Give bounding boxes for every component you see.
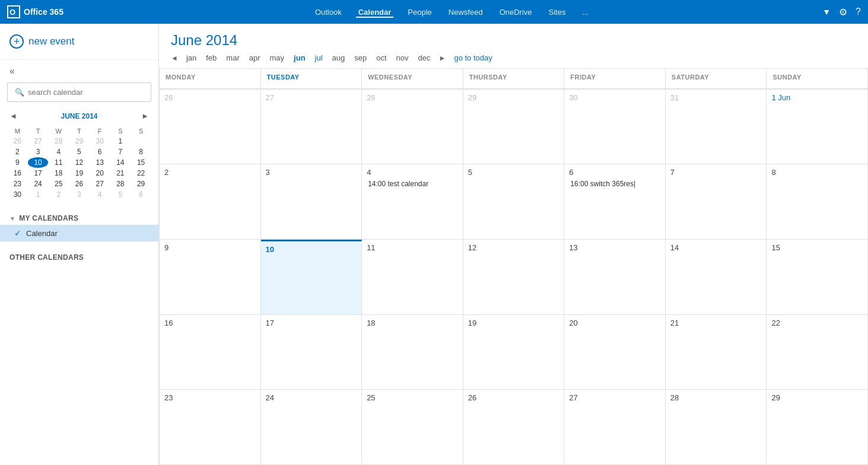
help-icon[interactable]: ?	[856, 7, 861, 17]
mini-cal-day-2-1[interactable]: 10	[28, 157, 49, 168]
nav-dec[interactable]: dec	[414, 52, 435, 63]
day-cell-jun29[interactable]: 29	[767, 390, 868, 465]
day-cell-may27[interactable]: 27	[261, 90, 363, 165]
nav-aug[interactable]: aug	[328, 52, 350, 63]
mini-cal-day-0-5[interactable]: 1	[110, 136, 131, 146]
mini-cal-day-1-3[interactable]: 5	[69, 146, 90, 157]
day-cell-jun1[interactable]: 1 Jun	[767, 90, 868, 165]
office-logo[interactable]: O Office 365	[7, 5, 63, 18]
nav-sites[interactable]: Sites	[546, 7, 568, 18]
mini-cal-day-0-6[interactable]	[131, 136, 151, 146]
nav-mar[interactable]: mar	[221, 52, 244, 63]
nav-may[interactable]: may	[265, 52, 290, 63]
day-cell-may31[interactable]: 31	[666, 90, 767, 165]
day-cell-jun19[interactable]: 19	[463, 315, 565, 390]
day-cell-may29[interactable]: 29	[463, 90, 565, 165]
mini-cal-day-5-2[interactable]: 2	[48, 189, 69, 200]
mini-cal-day-4-0[interactable]: 23	[7, 179, 28, 189]
next-month-button[interactable]: ►	[439, 54, 446, 62]
mini-cal-day-4-6[interactable]: 29	[131, 179, 151, 189]
day-cell-may30[interactable]: 30	[564, 90, 666, 165]
day-cell-jun15[interactable]: 15	[767, 240, 868, 315]
day-cell-jun27[interactable]: 27	[564, 390, 666, 465]
mini-cal-day-5-6[interactable]: 6	[131, 189, 151, 200]
mini-cal-day-5-1[interactable]: 1	[28, 189, 49, 200]
mini-cal-day-3-1[interactable]: 17	[28, 168, 49, 179]
day-cell-jun10[interactable]: 10	[261, 240, 363, 315]
day-cell-jun20[interactable]: 20	[564, 315, 666, 390]
nav-feb[interactable]: feb	[201, 52, 221, 63]
day-cell-jun4[interactable]: 4 14:00 test calendar	[362, 164, 463, 240]
go-to-today-button[interactable]: go to today	[454, 53, 492, 62]
day-cell-jun28[interactable]: 28	[666, 390, 767, 465]
mini-cal-day-2-4[interactable]: 13	[90, 157, 110, 168]
day-cell-jun7[interactable]: 7	[666, 164, 767, 240]
mini-cal-day-2-3[interactable]: 12	[69, 157, 90, 168]
day-cell-jun12[interactable]: 12	[463, 240, 565, 315]
mini-cal-day-0-3[interactable]: 29	[69, 136, 90, 146]
day-cell-jun23[interactable]: 23	[160, 390, 261, 465]
mini-cal-day-4-4[interactable]: 27	[90, 179, 110, 189]
day-cell-jun25[interactable]: 25	[362, 390, 463, 465]
nav-outlook[interactable]: Outlook	[313, 7, 344, 18]
day-cell-jun22[interactable]: 22	[767, 315, 868, 390]
dropdown-icon[interactable]: ▼	[822, 7, 831, 17]
day-cell-jun14[interactable]: 14	[666, 240, 767, 315]
settings-icon[interactable]: ⚙	[839, 7, 847, 18]
mini-cal-day-1-5[interactable]: 7	[110, 146, 131, 157]
day-cell-jun26[interactable]: 26	[463, 390, 565, 465]
day-cell-jun24[interactable]: 24	[261, 390, 363, 465]
mini-cal-day-3-2[interactable]: 18	[48, 168, 69, 179]
day-cell-jun5[interactable]: 5	[463, 164, 565, 240]
mini-cal-day-1-4[interactable]: 6	[90, 146, 110, 157]
mini-cal-next-button[interactable]: ►	[139, 110, 151, 122]
nav-nov[interactable]: nov	[392, 52, 414, 63]
nav-apr[interactable]: apr	[244, 52, 265, 63]
prev-month-button[interactable]: ◄	[171, 54, 178, 62]
nav-jan[interactable]: jan	[182, 52, 201, 63]
day-cell-may26[interactable]: 26	[160, 90, 261, 165]
search-calendar-area[interactable]: 🔍	[7, 82, 151, 102]
day-cell-jun6[interactable]: 6 16:00 switch 365res|	[564, 164, 666, 240]
day-cell-jun9[interactable]: 9	[160, 240, 261, 315]
mini-cal-day-4-5[interactable]: 28	[110, 179, 131, 189]
nav-onedrive[interactable]: OneDrive	[497, 7, 535, 18]
my-calendars-section[interactable]: ▼ MY CALENDARS	[0, 209, 158, 225]
mini-cal-day-3-6[interactable]: 22	[131, 168, 151, 179]
nav-calendar[interactable]: Calendar	[356, 7, 394, 18]
day-cell-jun21[interactable]: 21	[666, 315, 767, 390]
search-calendar-input[interactable]	[28, 88, 144, 97]
mini-cal-day-2-2[interactable]: 11	[48, 157, 69, 168]
mini-cal-day-5-3[interactable]: 3	[69, 189, 90, 200]
mini-cal-day-3-4[interactable]: 20	[90, 168, 110, 179]
mini-cal-day-3-3[interactable]: 19	[69, 168, 90, 179]
day-cell-jun11[interactable]: 11	[362, 240, 463, 315]
nav-more[interactable]: ...	[580, 7, 591, 18]
mini-cal-day-2-5[interactable]: 14	[110, 157, 131, 168]
nav-sep[interactable]: sep	[349, 52, 371, 63]
mini-cal-day-0-2[interactable]: 28	[48, 136, 69, 146]
mini-cal-day-4-3[interactable]: 26	[69, 179, 90, 189]
mini-cal-day-2-6[interactable]: 15	[131, 157, 151, 168]
nav-oct[interactable]: oct	[371, 52, 391, 63]
other-calendars-section[interactable]: OTHER CALENDARS	[0, 249, 158, 264]
nav-people[interactable]: People	[405, 7, 434, 18]
mini-cal-day-0-0[interactable]: 26	[7, 136, 28, 146]
mini-cal-day-1-2[interactable]: 4	[48, 146, 69, 157]
mini-cal-day-3-0[interactable]: 16	[7, 168, 28, 179]
mini-cal-day-4-2[interactable]: 25	[48, 179, 69, 189]
nav-jul[interactable]: jul	[310, 52, 328, 63]
day-cell-may28[interactable]: 28	[362, 90, 463, 165]
mini-cal-day-1-1[interactable]: 3	[28, 146, 49, 157]
mini-cal-day-4-1[interactable]: 24	[28, 179, 49, 189]
calendar-item-calendar[interactable]: ✓ Calendar	[0, 225, 158, 241]
mini-cal-day-5-0[interactable]: 30	[7, 189, 28, 200]
day-cell-jun13[interactable]: 13	[564, 240, 666, 315]
mini-cal-day-0-4[interactable]: 30	[90, 136, 110, 146]
day-cell-jun18[interactable]: 18	[362, 315, 463, 390]
mini-cal-day-1-6[interactable]: 8	[131, 146, 151, 157]
mini-cal-day-5-5[interactable]: 5	[110, 189, 131, 200]
day-cell-jun3[interactable]: 3	[261, 164, 363, 240]
day-cell-jun16[interactable]: 16	[160, 315, 261, 390]
day-cell-jun8[interactable]: 8	[767, 164, 868, 240]
